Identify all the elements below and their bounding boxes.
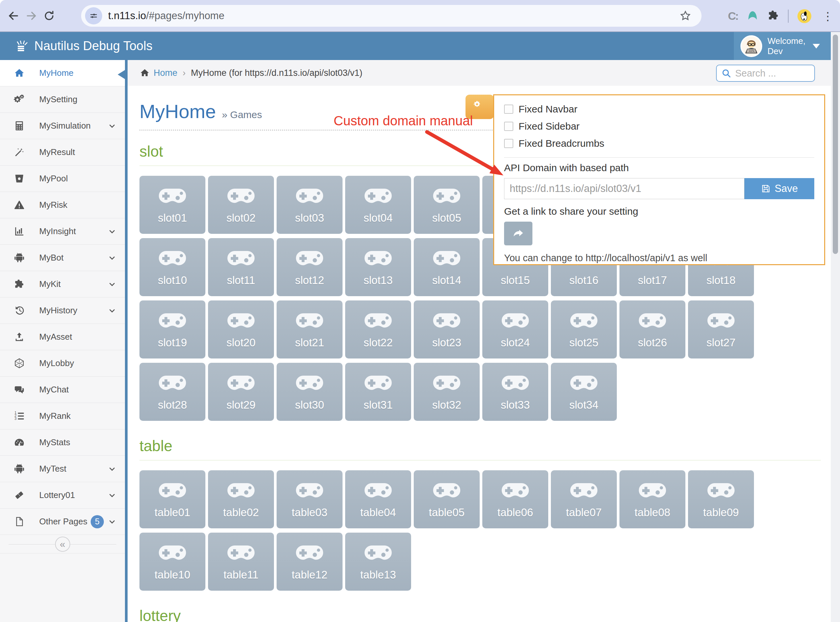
- game-tile[interactable]: slot11: [208, 238, 274, 296]
- share-button[interactable]: [504, 222, 533, 245]
- user-menu[interactable]: Welcome, Dev: [734, 32, 831, 60]
- game-tile[interactable]: table01: [140, 470, 205, 528]
- sidebar-item-myhome[interactable]: MyHome: [0, 60, 125, 86]
- sidebar-item-mytest[interactable]: MyTest: [0, 456, 125, 482]
- checkbox-label: Fixed Breadcrumbs: [519, 138, 604, 149]
- extension-teal-icon[interactable]: [746, 9, 759, 23]
- game-tile[interactable]: table12: [277, 533, 342, 591]
- game-tile[interactable]: table07: [551, 470, 617, 528]
- game-tile[interactable]: slot27: [688, 300, 754, 358]
- game-tile[interactable]: table10: [140, 533, 205, 591]
- checkbox-row[interactable]: Fixed Breadcrumbs: [504, 135, 814, 152]
- logo-icon[interactable]: [15, 39, 29, 53]
- game-tile[interactable]: table04: [345, 470, 411, 528]
- api-domain-label: API Domain with based path: [504, 162, 814, 174]
- url-text[interactable]: t.n11s.io/#pages/myhome: [108, 10, 225, 22]
- checkbox-row[interactable]: Fixed Sidebar: [504, 118, 814, 135]
- sidebar-item-mysetting[interactable]: MySetting: [0, 86, 125, 113]
- gamepad-icon: [432, 313, 461, 330]
- game-tile[interactable]: slot22: [345, 300, 411, 358]
- game-tile[interactable]: slot02: [208, 176, 274, 234]
- game-tile[interactable]: slot01: [140, 176, 205, 234]
- game-tile[interactable]: slot03: [277, 176, 342, 234]
- scrollbar-thumb[interactable]: [833, 35, 838, 254]
- game-tile[interactable]: table13: [345, 533, 411, 591]
- sidebar-item-myasset[interactable]: MyAsset: [0, 324, 125, 350]
- browser-reload-button[interactable]: [40, 7, 58, 25]
- checkbox[interactable]: [504, 122, 513, 131]
- game-tile-label: slot30: [295, 399, 324, 411]
- game-tile[interactable]: slot10: [140, 238, 205, 296]
- game-tile[interactable]: slot21: [277, 300, 342, 358]
- site-settings-button[interactable]: [85, 7, 102, 24]
- android-icon: [14, 252, 25, 263]
- sidebar-item-myhistory[interactable]: MyHistory: [0, 297, 125, 324]
- sidebar-collapse-button[interactable]: «: [55, 537, 70, 552]
- game-tile-label: slot22: [364, 336, 393, 349]
- game-tile[interactable]: slot34: [551, 363, 617, 421]
- game-tile[interactable]: table02: [208, 470, 274, 528]
- game-tile[interactable]: table03: [277, 470, 342, 528]
- game-tile[interactable]: slot31: [345, 363, 411, 421]
- game-tile[interactable]: slot05: [414, 176, 480, 234]
- breadcrumb-home-link[interactable]: Home: [154, 68, 177, 78]
- gamepad-icon: [158, 544, 187, 562]
- search-box[interactable]: [716, 65, 815, 82]
- browser-profile-avatar[interactable]: [797, 9, 812, 23]
- game-tile-label: slot29: [227, 399, 256, 411]
- sidebar-item-mybot[interactable]: MyBot: [0, 245, 125, 271]
- reload-icon: [43, 10, 55, 22]
- save-button[interactable]: Save: [744, 178, 814, 199]
- game-tile[interactable]: table05: [414, 470, 480, 528]
- sidebar-item-myrank[interactable]: MyRank: [0, 403, 125, 429]
- game-tile[interactable]: slot13: [345, 238, 411, 296]
- game-tile[interactable]: slot33: [482, 363, 548, 421]
- browser-forward-button[interactable]: [23, 7, 40, 25]
- search-input[interactable]: [735, 68, 804, 79]
- checkbox-row[interactable]: Fixed Navbar: [504, 101, 814, 118]
- checkbox[interactable]: [504, 105, 513, 114]
- api-domain-input[interactable]: [504, 178, 744, 199]
- game-tile[interactable]: slot26: [619, 300, 685, 358]
- game-tile[interactable]: slot32: [414, 363, 480, 421]
- game-tile[interactable]: slot14: [414, 238, 480, 296]
- game-tile[interactable]: slot29: [208, 363, 274, 421]
- game-tile[interactable]: slot24: [482, 300, 548, 358]
- game-tile[interactable]: table11: [208, 533, 274, 591]
- game-tile-label: slot21: [295, 336, 324, 349]
- game-tile[interactable]: slot28: [140, 363, 205, 421]
- game-tile[interactable]: slot12: [277, 238, 342, 296]
- sidebar-item-mypool[interactable]: MyPool: [0, 166, 125, 192]
- sidebar-item-myresult[interactable]: MyResult: [0, 139, 125, 166]
- sidebar-item-mychat[interactable]: MyChat: [0, 377, 125, 403]
- game-tile[interactable]: table08: [619, 470, 685, 528]
- address-bar[interactable]: t.n11s.io/#pages/myhome: [81, 5, 702, 27]
- chrome-divider: [788, 9, 788, 23]
- game-tile[interactable]: slot20: [208, 300, 274, 358]
- gamepad-icon: [363, 544, 393, 562]
- checkbox[interactable]: [504, 139, 513, 148]
- sidebar-item-mysimulation[interactable]: MySimulation: [0, 113, 125, 139]
- gamepad-icon: [226, 375, 256, 392]
- sidebar-item-other-pages[interactable]: Other Pages5: [0, 509, 125, 535]
- sidebar-item-mystats[interactable]: MyStats: [0, 429, 125, 456]
- gamepad-icon: [226, 313, 256, 330]
- sidebar-item-myrisk[interactable]: MyRisk: [0, 192, 125, 218]
- game-tile[interactable]: table09: [688, 470, 754, 528]
- sidebar-item-mylobby[interactable]: MyLobby: [0, 350, 125, 377]
- game-tile[interactable]: slot04: [345, 176, 411, 234]
- game-tile[interactable]: slot23: [414, 300, 480, 358]
- game-tile[interactable]: table06: [482, 470, 548, 528]
- game-tile[interactable]: slot19: [140, 300, 205, 358]
- game-tile[interactable]: slot30: [277, 363, 342, 421]
- extension-c-icon[interactable]: C:: [728, 9, 738, 23]
- sidebar-item-lottery01[interactable]: Lottery01: [0, 482, 125, 509]
- extensions-button[interactable]: [767, 9, 779, 23]
- browser-back-button[interactable]: [5, 7, 23, 25]
- browser-menu-button[interactable]: ⋮: [820, 9, 835, 23]
- game-tile[interactable]: slot25: [551, 300, 617, 358]
- page-scrollbar[interactable]: [831, 32, 840, 622]
- sidebar-item-mykit[interactable]: MyKit: [0, 271, 125, 297]
- bookmark-star-icon[interactable]: [679, 9, 692, 22]
- sidebar-item-myinsight[interactable]: MyInsight: [0, 218, 125, 245]
